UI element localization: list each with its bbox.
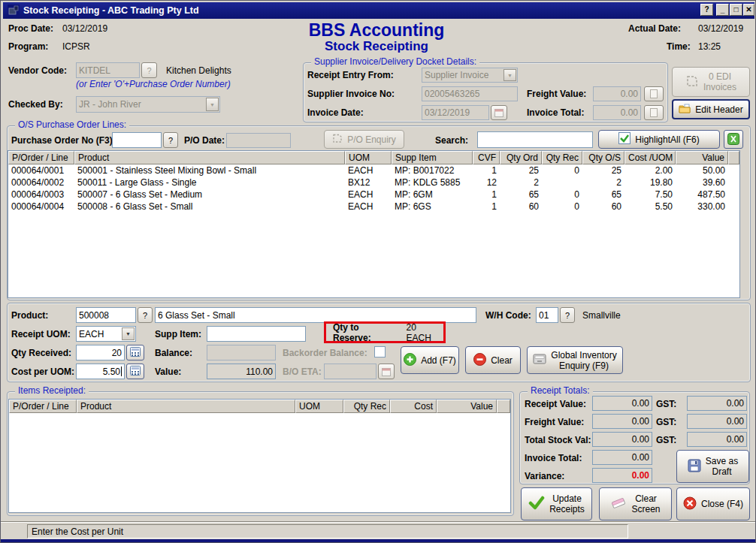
column-header[interactable]: Cost [390,400,437,413]
wh-code-field[interactable]: 01 [536,307,558,323]
total-stock-label: Total Stock Val: [525,435,591,445]
receipt-entry-from-dropdown[interactable]: Supplier Invoice ▼ [422,68,518,83]
column-header[interactable]: Product [77,400,295,413]
gst2-field[interactable]: 0.00 [687,414,747,429]
minimize-button[interactable]: _ [716,4,729,16]
receipt-totals-group-label: Receipt Totals: [528,385,593,396]
cost-per-uom-field[interactable]: 5.50 [76,364,125,379]
po-lines-table[interactable]: P/Order / LineProductUOMSupp ItemCVFQty … [8,151,739,213]
column-header[interactable]: CVF [473,151,500,164]
column-header[interactable]: Value [676,151,728,164]
gst1-field[interactable]: 0.00 [687,396,747,411]
supp-item-field[interactable] [207,326,306,342]
freight-value-field[interactable]: 0.00 [593,86,641,101]
freight-calc-icon[interactable] [644,86,664,101]
qty-calculator-button[interactable] [126,345,144,360]
calendar-icon[interactable] [491,105,507,120]
qty-to-reserve-value: 20 EACH [407,322,443,343]
product-lookup-button[interactable]: ? [138,307,153,323]
value-label: Value: [155,367,181,377]
update-receipts-button[interactable]: UpdateReceipts [521,487,592,520]
column-header[interactable]: Supp Item [392,151,473,164]
variance-field[interactable]: 0.00 [592,468,652,483]
clear-icon [473,353,486,368]
column-header[interactable] [728,151,739,164]
bo-eta-calendar-icon[interactable] [378,364,395,379]
backorder-balance-checkbox[interactable] [374,346,386,357]
column-header[interactable]: Product [74,151,345,164]
bo-eta-field[interactable] [324,364,376,379]
close-window-button[interactable]: ✕ [743,4,754,16]
column-header[interactable]: P/Order / Line [8,151,74,164]
total-stock-field[interactable]: 0.00 [592,432,652,447]
freight-total-field[interactable]: 0.00 [592,414,652,429]
balance-field[interactable] [207,345,276,360]
invoice-total-calc-icon[interactable] [644,105,664,120]
column-header[interactable]: Value [437,400,497,413]
search-input[interactable] [477,131,593,148]
close-button[interactable]: Close (F4) [676,487,750,520]
qty-to-reserve-highlight: Qty to Reserve: 20 EACH [324,321,446,343]
column-header[interactable]: P/Order / Line [9,400,77,413]
qty-received-field[interactable]: 20 [76,345,125,360]
column-header[interactable]: UOM [295,400,343,413]
invoice-total-sum-field[interactable]: 0.00 [592,450,652,465]
save-as-draft-button[interactable]: Save asDraft [676,450,749,483]
column-header[interactable] [497,400,510,413]
edi-invoices-button[interactable]: 0 EDIInvoices [672,67,750,97]
gst3-field[interactable]: 0.00 [687,432,747,447]
chevron-down-icon[interactable]: ▼ [503,69,516,81]
table-row[interactable]: 000064/0001500001 - Stainless Steel Mixi… [8,164,739,176]
vendor-lookup-button[interactable]: ? [141,62,157,78]
column-header[interactable]: UOM [345,151,392,164]
window-bottom-edge [1,539,756,542]
column-header[interactable]: Cost /UOM [624,151,676,164]
maximize-button[interactable]: □ [730,4,742,16]
export-excel-button[interactable] [724,130,743,149]
po-lines-group-label: O/S Purchase Order Lines: [15,119,129,130]
po-lookup-button[interactable]: ? [163,132,178,148]
product-desc-field[interactable]: 6 Glass Set - Small [155,307,476,323]
highlight-all-button[interactable]: HighlightAll (F6) [598,130,720,149]
text-caret [121,367,122,376]
invoice-date-field[interactable]: 03/12/2019 [422,105,489,120]
table-row[interactable]: 000064/0004500008 - 6 Glass Set - SmallE… [8,201,739,213]
clear-screen-button[interactable]: ClearScreen [599,487,672,520]
folder-icon [679,104,691,116]
freight-total-label: Freight Value: [525,417,584,427]
receipt-value-field[interactable]: 0.00 [592,396,652,411]
column-header[interactable]: Qty Rec [343,400,390,413]
help-button[interactable]: ? [700,4,713,16]
calculator-icon [130,347,141,358]
value-field[interactable]: 110.00 [207,364,276,379]
table-row[interactable]: 000064/0003500007 - 6 Glass Set - Medium… [8,189,739,201]
column-header[interactable]: Qty Ord [500,151,542,164]
product-field[interactable]: 500008 [76,307,136,323]
cost-calculator-button[interactable] [126,364,144,379]
check-icon [528,496,545,512]
global-inventory-enquiry-button[interactable]: Global InventoryEnquiry (F9) [527,346,623,374]
po-no-label: Purchase Order No (F3): [11,135,116,146]
title-bar[interactable]: Stock Receipting - ABC Trading Pty Ltd [3,2,754,19]
edit-header-button[interactable]: Edit Header [672,99,750,119]
column-header[interactable]: Qty Rec [542,151,582,164]
checked-by-dropdown[interactable]: JR - John River ▼ [76,96,220,113]
clear-button[interactable]: Clear [465,346,521,374]
po-no-field[interactable] [112,132,162,148]
po-enquiry-button[interactable]: P/O Enquiry [324,130,404,149]
column-header[interactable]: Qty O/S [582,151,624,164]
wh-lookup-button[interactable]: ? [560,307,575,323]
po-date-field[interactable] [226,133,291,148]
table-row[interactable]: 000064/0002500011 - Large Glass - Single… [8,176,739,189]
invoice-total-field[interactable]: 0.00 [593,105,641,120]
chevron-down-icon[interactable]: ▼ [206,98,219,111]
vendor-code-label: Vendor Code: [8,65,67,76]
receipt-uom-label: Receipt UOM: [11,329,71,339]
items-receipted-table[interactable]: P/Order / LineProductUOMQty RecCostValue [9,400,510,413]
receipt-uom-dropdown[interactable]: EACH ▼ [76,326,136,342]
supp-item-label: Supp Item: [155,329,201,339]
chevron-down-icon[interactable]: ▼ [122,327,135,340]
add-button[interactable]: Add (F7) [401,346,459,374]
vendor-code-field[interactable]: KITDEL [76,62,140,78]
supplier-invoice-no-field[interactable]: 02005463265 [422,86,518,101]
